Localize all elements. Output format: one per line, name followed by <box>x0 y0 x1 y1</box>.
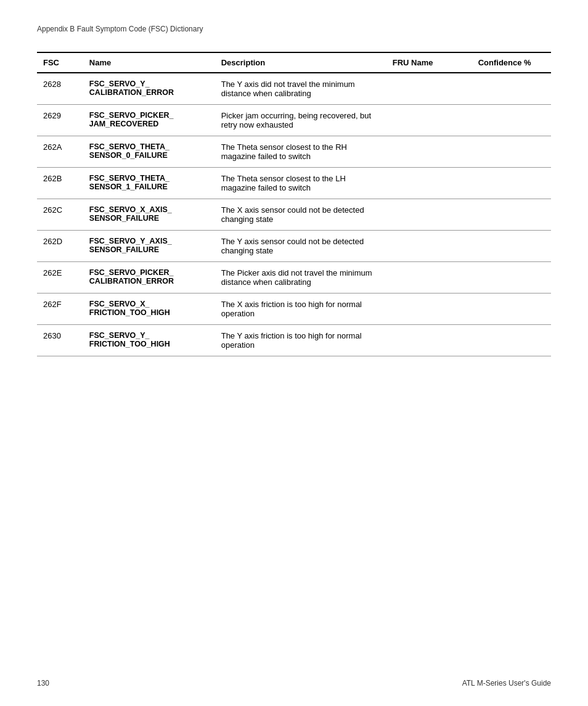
cell-fsc: 262D <box>37 231 83 262</box>
cell-confidence <box>472 73 551 105</box>
cell-confidence <box>472 168 551 199</box>
cell-name: FSC_SERVO_X_FRICTION_TOO_HIGH <box>83 293 215 325</box>
cell-description: The Picker axis did not travel the minim… <box>215 262 386 293</box>
cell-fru-name <box>386 325 472 356</box>
cell-description: The Theta sensor closest to the RH magaz… <box>215 136 386 168</box>
cell-confidence <box>472 105 551 136</box>
cell-description: The Theta sensor closest to the LH magaz… <box>215 168 386 199</box>
cell-fsc: 2630 <box>37 325 83 356</box>
table-container: FSC Name Description FRU Name Confidence… <box>37 52 551 356</box>
col-header-fsc: FSC <box>37 52 83 73</box>
cell-fsc: 262E <box>37 262 83 293</box>
page-header: Appendix B Fault Symptom Code (FSC) Dict… <box>37 25 551 33</box>
cell-name: FSC_SERVO_X_AXIS_SENSOR_FAILURE <box>83 199 215 231</box>
cell-fru-name <box>386 168 472 199</box>
cell-confidence <box>472 262 551 293</box>
cell-name: FSC_SERVO_PICKER_JAM_RECOVERED <box>83 105 215 136</box>
table-row: 262DFSC_SERVO_Y_AXIS_SENSOR_FAILUREThe Y… <box>37 231 551 262</box>
cell-fsc: 262C <box>37 199 83 231</box>
cell-description: The Y axis did not travel the minimum di… <box>215 73 386 105</box>
cell-confidence <box>472 199 551 231</box>
cell-confidence <box>472 136 551 168</box>
cell-fru-name <box>386 73 472 105</box>
cell-description: The Y axis sensor could not be detected … <box>215 231 386 262</box>
cell-fru-name <box>386 293 472 325</box>
cell-fsc: 262B <box>37 168 83 199</box>
table-row: 262EFSC_SERVO_PICKER_CALIBRATION_ERRORTh… <box>37 262 551 293</box>
cell-fsc: 2628 <box>37 73 83 105</box>
table-row: 262BFSC_SERVO_THETA_SENSOR_1_FAILUREThe … <box>37 168 551 199</box>
col-header-confidence: Confidence % <box>472 52 551 73</box>
table-row: 2628FSC_SERVO_Y_CALIBRATION_ERRORThe Y a… <box>37 73 551 105</box>
cell-confidence <box>472 231 551 262</box>
cell-fru-name <box>386 231 472 262</box>
table-row: 262AFSC_SERVO_THETA_SENSOR_0_FAILUREThe … <box>37 136 551 168</box>
cell-fru-name <box>386 262 472 293</box>
page-number: 130 <box>37 679 49 688</box>
cell-fsc: 2629 <box>37 105 83 136</box>
cell-description: Picker jam occurring, being recovered, b… <box>215 105 386 136</box>
cell-confidence <box>472 325 551 356</box>
document-title: ATL M-Series User's Guide <box>462 679 551 688</box>
cell-fsc: 262A <box>37 136 83 168</box>
cell-description: The X axis sensor could not be detected … <box>215 199 386 231</box>
cell-name: FSC_SERVO_THETA_SENSOR_1_FAILURE <box>83 168 215 199</box>
table-row: 2630FSC_SERVO_Y_FRICTION_TOO_HIGHThe Y a… <box>37 325 551 356</box>
col-header-name: Name <box>83 52 215 73</box>
table-row: 2629FSC_SERVO_PICKER_JAM_RECOVEREDPicker… <box>37 105 551 136</box>
page-footer: 130 ATL M-Series User's Guide <box>37 679 551 688</box>
fsc-table: FSC Name Description FRU Name Confidence… <box>37 52 551 356</box>
cell-fsc: 262F <box>37 293 83 325</box>
table-row: 262CFSC_SERVO_X_AXIS_SENSOR_FAILUREThe X… <box>37 199 551 231</box>
cell-name: FSC_SERVO_Y_FRICTION_TOO_HIGH <box>83 325 215 356</box>
cell-name: FSC_SERVO_Y_AXIS_SENSOR_FAILURE <box>83 231 215 262</box>
cell-confidence <box>472 293 551 325</box>
cell-description: The X axis friction is too high for norm… <box>215 293 386 325</box>
cell-name: FSC_SERVO_PICKER_CALIBRATION_ERROR <box>83 262 215 293</box>
table-header-row: FSC Name Description FRU Name Confidence… <box>37 52 551 73</box>
table-row: 262FFSC_SERVO_X_FRICTION_TOO_HIGHThe X a… <box>37 293 551 325</box>
cell-fru-name <box>386 199 472 231</box>
col-header-fru-name: FRU Name <box>386 52 472 73</box>
col-header-description: Description <box>215 52 386 73</box>
cell-fru-name <box>386 105 472 136</box>
cell-fru-name <box>386 136 472 168</box>
cell-name: FSC_SERVO_Y_CALIBRATION_ERROR <box>83 73 215 105</box>
cell-description: The Y axis friction is too high for norm… <box>215 325 386 356</box>
page: Appendix B Fault Symptom Code (FSC) Dict… <box>0 0 588 706</box>
cell-name: FSC_SERVO_THETA_SENSOR_0_FAILURE <box>83 136 215 168</box>
